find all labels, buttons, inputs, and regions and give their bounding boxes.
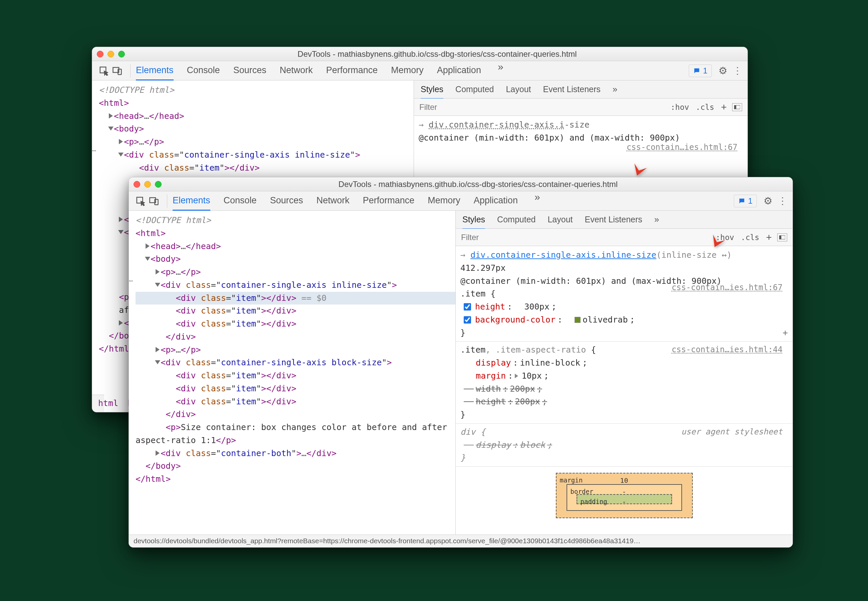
property-height-overridden[interactable]: height: 200px;: [460, 395, 788, 408]
color-swatch-icon[interactable]: [574, 317, 580, 323]
filter-input[interactable]: [461, 233, 713, 242]
new-rule-icon[interactable]: +: [783, 326, 788, 339]
expand-shorthand-icon[interactable]: [515, 374, 518, 378]
tab-elements[interactable]: Elements: [136, 61, 174, 81]
head-tag[interactable]: <head>: [114, 111, 144, 121]
tab-network[interactable]: Network: [317, 191, 350, 211]
property-background-color[interactable]: background-color: olivedrab;: [460, 314, 788, 326]
titlebar[interactable]: DevTools - mathiasbynens.github.io/css-d…: [129, 177, 793, 191]
text-node: Size container: box changes color at bef…: [136, 423, 447, 445]
p-tag[interactable]: <p>: [124, 137, 139, 146]
source-link[interactable]: css-contain…ies.html:67: [672, 281, 783, 294]
collapse-icon[interactable]: [145, 257, 150, 261]
tab-application[interactable]: Application: [437, 61, 481, 81]
expand-icon[interactable]: [155, 450, 160, 456]
body-tag[interactable]: <body>: [114, 124, 144, 134]
expand-icon[interactable]: [146, 243, 149, 249]
hov-toggle[interactable]: :hov: [667, 103, 692, 111]
issues-button[interactable]: 1: [689, 64, 712, 77]
close-icon[interactable]: [97, 51, 104, 58]
property-toggle[interactable]: [464, 303, 471, 311]
device-toggle-icon[interactable]: [111, 66, 123, 76]
expand-icon[interactable]: [155, 269, 160, 275]
tab-layout[interactable]: Layout: [548, 215, 573, 224]
issues-button[interactable]: 1: [734, 195, 757, 207]
dom-tree[interactable]: ⋯ <!DOCTYPE html> <html> <head>…</head> …: [129, 211, 455, 535]
minimize-icon[interactable]: [108, 51, 114, 58]
expand-icon[interactable]: [119, 217, 123, 222]
tab-styles[interactable]: Styles: [421, 84, 443, 99]
tab-application[interactable]: Application: [474, 191, 518, 211]
cls-toggle[interactable]: .cls: [737, 233, 763, 242]
expand-icon[interactable]: [119, 139, 123, 144]
box-model-padding-top[interactable]: -: [622, 497, 626, 507]
filter-input[interactable]: [419, 102, 667, 112]
tab-event-listeners[interactable]: Event Listeners: [585, 215, 642, 224]
device-toggle-icon[interactable]: [148, 196, 160, 206]
status-bar: devtools://devtools/bundled/devtools_app…: [129, 535, 793, 547]
more-subtabs-icon[interactable]: »: [654, 214, 659, 225]
property-width-overridden[interactable]: width: 200px;: [460, 383, 788, 396]
tab-console[interactable]: Console: [224, 191, 257, 211]
gear-icon[interactable]: ⚙: [719, 65, 728, 76]
tab-event-listeners[interactable]: Event Listeners: [543, 84, 601, 94]
tab-performance[interactable]: Performance: [363, 191, 415, 211]
tab-elements[interactable]: Elements: [173, 191, 210, 211]
inspect-icon[interactable]: [98, 66, 110, 76]
tab-memory[interactable]: Memory: [428, 191, 460, 211]
kebab-menu-icon[interactable]: ⋮: [778, 195, 787, 206]
sidebar-position-icon[interactable]: [777, 233, 787, 241]
more-subtabs-icon[interactable]: »: [613, 84, 617, 95]
tab-memory[interactable]: Memory: [391, 61, 424, 81]
more-tabs-icon[interactable]: »: [495, 61, 507, 81]
collapse-icon[interactable]: [108, 127, 114, 131]
tab-network[interactable]: Network: [280, 61, 313, 81]
tab-sources[interactable]: Sources: [233, 61, 266, 81]
tab-sources[interactable]: Sources: [270, 191, 303, 211]
breadcrumb-html[interactable]: html: [98, 397, 118, 410]
gear-icon[interactable]: ⚙: [763, 195, 772, 207]
property-margin[interactable]: margin: 10px;: [460, 370, 788, 383]
box-model[interactable]: margin 10 border - padding -: [460, 469, 788, 522]
html-tag[interactable]: <html>: [136, 228, 166, 238]
body-tag[interactable]: <body>: [151, 254, 181, 264]
inspect-icon[interactable]: [135, 196, 146, 206]
minimize-icon[interactable]: [144, 181, 151, 188]
zoom-icon[interactable]: [118, 51, 125, 58]
breadcrumb[interactable]: html boc: [92, 395, 104, 412]
tab-layout[interactable]: Layout: [506, 84, 531, 94]
property-height[interactable]: height: 300px;: [460, 300, 788, 314]
tab-computed[interactable]: Computed: [455, 84, 494, 94]
html-tag[interactable]: <html>: [99, 98, 129, 108]
property-display-ua: display: block;: [460, 439, 788, 452]
expand-icon[interactable]: [155, 347, 160, 352]
tab-computed[interactable]: Computed: [497, 215, 536, 224]
titlebar[interactable]: DevTools - mathiasbynens.github.io/css-d…: [92, 47, 748, 61]
sidebar-position-icon[interactable]: [732, 103, 742, 111]
close-icon[interactable]: [134, 181, 140, 188]
expand-icon[interactable]: [119, 320, 123, 325]
tab-styles[interactable]: Styles: [462, 215, 485, 229]
tab-console[interactable]: Console: [187, 61, 220, 81]
tab-performance[interactable]: Performance: [326, 61, 378, 81]
container-link[interactable]: div.container-single-axis.i: [429, 120, 564, 130]
zoom-icon[interactable]: [155, 181, 161, 188]
head-tag[interactable]: <head>: [151, 241, 181, 251]
collapse-icon[interactable]: [155, 360, 160, 364]
cls-toggle[interactable]: .cls: [692, 103, 717, 111]
collapse-icon[interactable]: [118, 230, 123, 234]
source-link[interactable]: css-contain…ies.html:67: [627, 141, 737, 154]
source-link[interactable]: css-contain…ies.html:44: [672, 343, 783, 356]
selected-node[interactable]: <div class="item"></div> == $0: [136, 292, 455, 305]
expand-icon[interactable]: [109, 113, 113, 119]
collapse-icon[interactable]: [118, 153, 123, 157]
kebab-menu-icon[interactable]: ⋮: [733, 65, 742, 76]
styles-pane[interactable]: → div.container-single-axis.inline-size(…: [456, 246, 793, 535]
collapse-icon[interactable]: [155, 283, 160, 287]
new-rule-icon[interactable]: +: [717, 102, 730, 113]
more-tabs-icon[interactable]: »: [531, 191, 544, 211]
container-link[interactable]: div.container-single-axis.inline-size: [471, 250, 656, 260]
new-rule-icon[interactable]: +: [763, 232, 775, 243]
property-display[interactable]: display: inline-block;: [460, 357, 788, 370]
property-toggle[interactable]: [464, 316, 471, 323]
